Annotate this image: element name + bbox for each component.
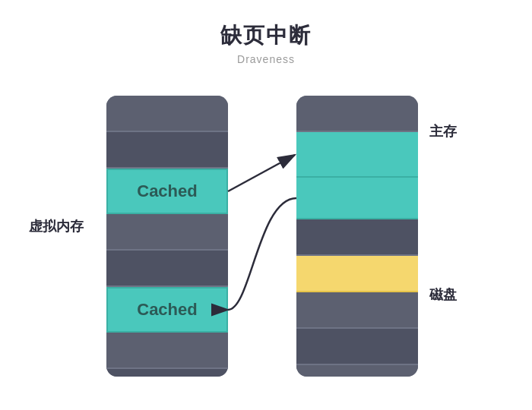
diagram: Cached Cached 虚拟内存 主存 磁盘 (0, 73, 532, 399)
right-teal-top (296, 132, 418, 178)
right-stripe-1 (296, 96, 418, 132)
right-yellow (296, 256, 418, 292)
cached-block-2: Cached (106, 287, 228, 333)
main-memory-label: 主存 (429, 122, 457, 140)
right-stripe-3 (296, 292, 418, 329)
stripe-6 (106, 369, 228, 377)
stripe-5 (106, 333, 228, 369)
cached-label-1: Cached (137, 181, 197, 201)
disk-label: 磁盘 (429, 285, 457, 304)
cached-block-1: Cached (106, 169, 228, 214)
subtitle: Draveness (0, 53, 532, 65)
right-stripe-4 (296, 329, 418, 365)
stripe-2 (106, 132, 228, 169)
right-stripe-2 (296, 219, 418, 256)
stripe-4 (106, 251, 228, 287)
page-title: 缺页中断 (0, 0, 532, 50)
right-teal-bottom (296, 178, 418, 219)
cached-label-2: Cached (137, 300, 197, 320)
stripe-1 (106, 96, 228, 132)
right-column (296, 96, 418, 377)
right-stripe-5 (296, 365, 418, 377)
stripe-3 (106, 214, 228, 251)
virtual-memory-label: 虚拟内存 (29, 217, 84, 235)
virtual-memory-column: Cached Cached (106, 96, 228, 377)
